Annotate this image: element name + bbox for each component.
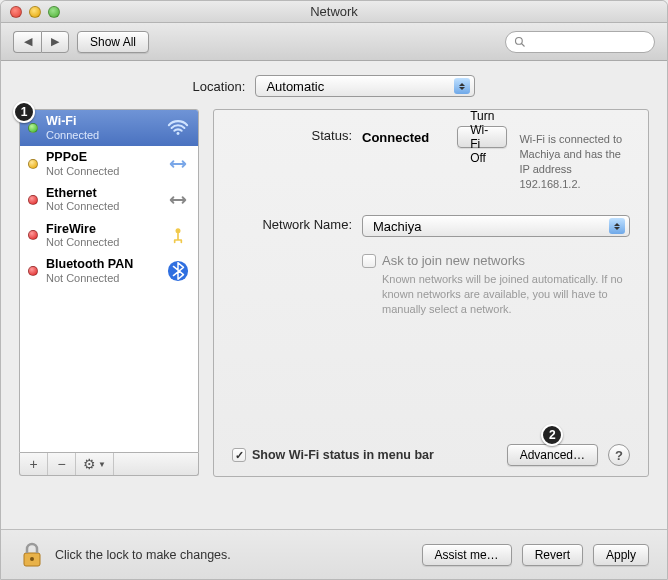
checkbox-icon bbox=[232, 448, 246, 462]
annotation-step-1: 1 bbox=[13, 101, 35, 123]
bluetooth-icon bbox=[166, 259, 190, 283]
status-dot-icon bbox=[28, 123, 38, 133]
pppoe-icon bbox=[166, 152, 190, 176]
location-popup[interactable]: Automatic bbox=[255, 75, 475, 97]
detail-pane: Status: Connected Turn Wi-Fi Off Wi-Fi i… bbox=[213, 109, 649, 477]
nav-segment: ◀ ▶ bbox=[13, 31, 69, 53]
network-prefs-window: Network ◀ ▶ Show All Location: Automatic… bbox=[0, 0, 668, 580]
search-icon bbox=[514, 36, 526, 48]
remove-service-button[interactable]: − bbox=[48, 453, 76, 475]
titlebar: Network bbox=[1, 1, 667, 23]
annotation-step-2: 2 bbox=[541, 424, 563, 446]
service-pppoe[interactable]: PPPoE Not Connected bbox=[20, 146, 198, 182]
status-dot-icon bbox=[28, 266, 38, 276]
zoom-window-button[interactable] bbox=[48, 6, 60, 18]
ask-to-join-help: Known networks will be joined automatica… bbox=[382, 272, 630, 317]
lock-icon bbox=[21, 542, 43, 568]
svg-line-1 bbox=[522, 43, 525, 46]
service-firewire[interactable]: FireWire Not Connected bbox=[20, 218, 198, 254]
ethernet-icon bbox=[166, 188, 190, 212]
lock-text: Click the lock to make changes. bbox=[55, 548, 231, 562]
svg-point-2 bbox=[177, 132, 180, 135]
search-field[interactable] bbox=[505, 31, 655, 53]
chevron-down-icon: ▼ bbox=[98, 460, 106, 469]
window-title: Network bbox=[1, 4, 667, 19]
popup-arrows-icon bbox=[454, 78, 470, 94]
chevron-right-icon: ▶ bbox=[51, 35, 59, 48]
add-service-button[interactable]: + bbox=[20, 453, 48, 475]
wifi-icon bbox=[166, 116, 190, 140]
footer: Click the lock to make changes. Assist m… bbox=[1, 529, 667, 579]
sidebar-tools-spacer bbox=[114, 453, 198, 475]
service-list: Wi-Fi Connected PPPoE Not Connected bbox=[19, 109, 199, 453]
minimize-window-button[interactable] bbox=[29, 6, 41, 18]
checkbox-icon bbox=[362, 254, 376, 268]
help-button[interactable]: ? bbox=[608, 444, 630, 466]
service-bluetooth-pan[interactable]: Bluetooth PAN Not Connected bbox=[20, 253, 198, 289]
network-name-label: Network Name: bbox=[232, 215, 352, 237]
sidebar-tools: + − ⚙▼ bbox=[19, 453, 199, 476]
ask-to-join-checkbox[interactable]: Ask to join new networks bbox=[362, 253, 630, 268]
apply-button[interactable]: Apply bbox=[593, 544, 649, 566]
status-dot-icon bbox=[28, 159, 38, 169]
status-help-text: Wi-Fi is connected to Machiya and has th… bbox=[519, 132, 630, 191]
show-status-menubar-checkbox[interactable]: Show Wi-Fi status in menu bar bbox=[232, 448, 434, 462]
assist-me-button[interactable]: Assist me… bbox=[422, 544, 512, 566]
firewire-icon bbox=[166, 223, 190, 247]
svg-point-0 bbox=[516, 37, 523, 44]
gear-icon: ⚙ bbox=[83, 456, 96, 472]
revert-button[interactable]: Revert bbox=[522, 544, 583, 566]
service-wifi[interactable]: Wi-Fi Connected bbox=[20, 110, 198, 146]
status-dot-icon bbox=[28, 195, 38, 205]
svg-point-6 bbox=[30, 557, 34, 561]
back-button[interactable]: ◀ bbox=[13, 31, 41, 53]
status-value: Connected bbox=[362, 130, 429, 145]
close-window-button[interactable] bbox=[10, 6, 22, 18]
window-controls bbox=[10, 6, 60, 18]
location-label: Location: bbox=[193, 79, 246, 94]
status-dot-icon bbox=[28, 230, 38, 240]
ask-to-join-row: Ask to join new networks bbox=[362, 253, 630, 268]
advanced-button[interactable]: Advanced… bbox=[507, 444, 598, 466]
lock-button[interactable] bbox=[19, 540, 45, 570]
turn-wifi-off-button[interactable]: Turn Wi-Fi Off bbox=[457, 126, 507, 148]
location-row: Location: Automatic bbox=[19, 75, 649, 97]
toolbar: ◀ ▶ Show All bbox=[1, 23, 667, 61]
popup-arrows-icon bbox=[609, 218, 625, 234]
service-action-menu[interactable]: ⚙▼ bbox=[76, 453, 114, 475]
service-ethernet[interactable]: Ethernet Not Connected bbox=[20, 182, 198, 218]
forward-button[interactable]: ▶ bbox=[41, 31, 69, 53]
chevron-left-icon: ◀ bbox=[24, 35, 32, 48]
status-label: Status: bbox=[232, 126, 352, 191]
show-all-button[interactable]: Show All bbox=[77, 31, 149, 53]
network-name-popup[interactable]: Machiya bbox=[362, 215, 630, 237]
